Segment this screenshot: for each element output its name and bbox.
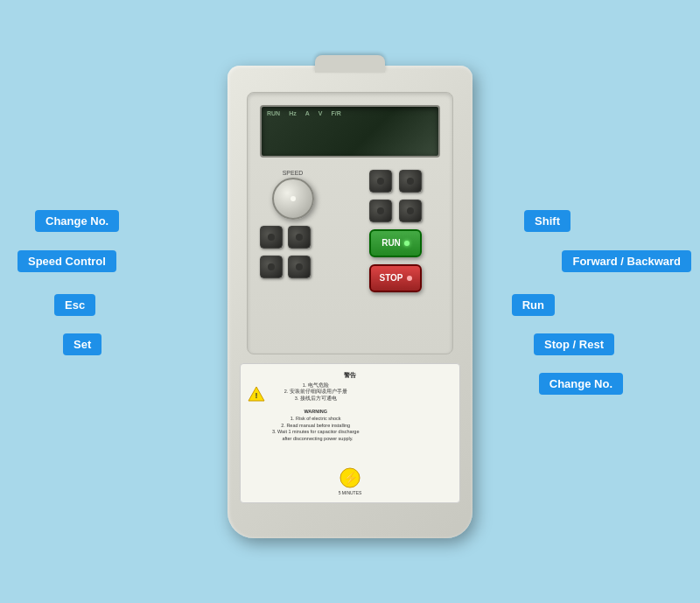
indicator-hz: Hz [289,110,297,116]
warning-title: 警告 [344,371,356,380]
label-speed-control: Speed Control [18,250,116,272]
mid-btn-2[interactable] [399,200,422,222]
speed-knob[interactable] [272,178,314,220]
label-shift: Shift [524,210,570,232]
stop-led [407,276,412,281]
top-btn-2[interactable] [399,170,422,193]
left-button-area [260,226,326,285]
label-run: Run [512,294,555,316]
warning-section: 警告 ! 1. 电气危险 2. 安装前仔细阅读用户手册 3. 接线后方可通电 W… [240,363,460,503]
set-button-hw[interactable] [288,226,311,249]
label-change-no-right: Change No. [539,373,623,395]
esc-button-hw[interactable] [260,226,283,249]
minutes-label: 5 MINUTES [339,490,362,495]
label-stop-rest: Stop / Rest [534,333,614,355]
warning-text: 1. 电气危险 2. 安装前仔细阅读用户手册 3. 接线后方可通电 WARNIN… [272,382,359,443]
indicator-v: V [318,110,323,116]
lightning-icon: ⚡ [340,467,360,488]
indicator-run: RUN [267,110,280,116]
left-btn-1[interactable] [260,256,283,278]
buttons-grid: RUN STOP [347,170,444,299]
left-btn-2[interactable] [288,256,311,278]
indicator-fr: F/R [331,110,340,116]
label-forward-backward: Forward / Backward [562,250,691,272]
label-change-no-left: Change No. [35,210,119,232]
display-screen: RUN Hz A V F/R [260,105,440,158]
label-esc: Esc [54,294,95,316]
stop-button[interactable]: STOP [369,264,422,292]
device-body: RUN Hz A V F/R SPEED [228,66,472,538]
mid-btn-1[interactable] [369,200,392,222]
svg-text:⚡: ⚡ [342,471,358,486]
run-button[interactable]: RUN [369,229,422,257]
indicator-a: A [305,110,310,116]
label-set: Set [63,333,102,355]
device-handle [315,55,385,73]
control-panel: RUN Hz A V F/R SPEED [247,92,453,354]
warning-triangle-icon: ! [248,386,265,402]
knob-label: SPEED [260,170,326,176]
top-btn-1[interactable] [369,170,392,193]
svg-text:!: ! [256,391,258,400]
run-led [404,241,410,246]
